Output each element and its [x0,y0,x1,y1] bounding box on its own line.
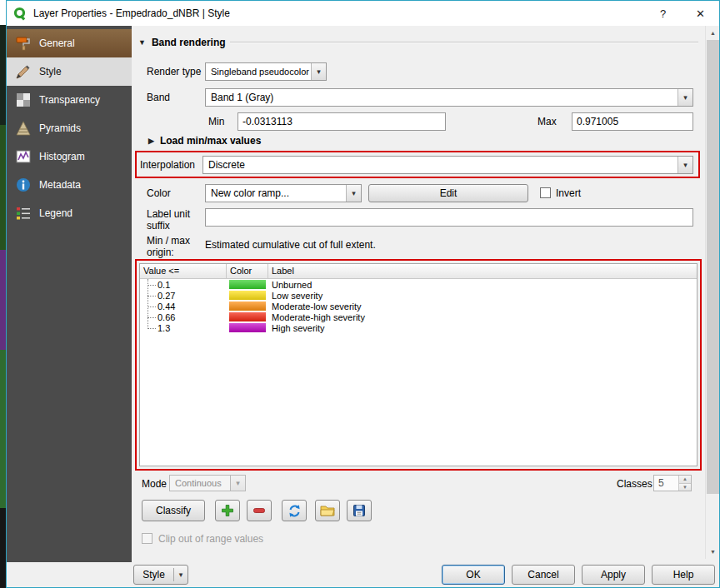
color-swatch[interactable] [229,312,266,321]
add-entry-button[interactable] [215,500,240,521]
color-label: Color [147,187,171,199]
color-map-table[interactable]: Value <= Color Label 0.1 Unburned 0.27 [139,263,698,466]
row-color-cell[interactable] [227,312,268,321]
row-color-cell[interactable] [227,280,268,289]
vertical-scrollbar[interactable]: ▲ ▼ [705,26,719,559]
scroll-up-icon[interactable]: ▲ [706,26,719,40]
color-swatch[interactable] [229,280,266,289]
color-ramp-combo[interactable]: New color ramp... ▾ [205,184,362,202]
load-color-map-button[interactable] [315,500,340,521]
style-icon [15,63,32,80]
row-color-cell[interactable] [227,323,268,332]
refresh-icon [288,504,302,518]
sidebar-item-histogram[interactable]: Histogram [7,142,132,171]
color-ramp-value: New color ramp... [211,187,289,199]
titlebar[interactable]: Layer Properties - Empedrado_dNBR | Styl… [7,1,719,26]
chevron-down-icon[interactable]: ▾ [678,89,692,106]
color-map-table-body: 0.1 Unburned 0.27 Low severity 0.44 [140,279,697,333]
plus-icon [221,504,234,517]
row-value[interactable]: 0.27 [140,291,227,301]
column-header-color: Color [227,264,268,278]
invert-checkbox[interactable] [540,187,551,198]
row-color-cell[interactable] [227,291,268,300]
classes-label: Classes [617,478,652,490]
cancel-button[interactable]: Cancel [512,565,575,585]
table-row[interactable]: 0.44 Moderate-low severity [140,301,697,311]
table-row[interactable]: 1.3 High severity [140,322,697,333]
apply-button[interactable]: Apply [582,565,645,585]
chevron-down-icon[interactable]: ▾ [311,63,326,80]
sidebar-item-style[interactable]: Style [7,57,132,86]
color-swatch[interactable] [229,291,266,300]
table-row[interactable]: 0.1 Unburned [140,279,697,290]
scroll-down-icon[interactable]: ▼ [706,545,719,559]
interpolation-combo[interactable]: Discrete ▾ [202,156,693,174]
sidebar-item-metadata[interactable]: Metadata [7,171,132,199]
chevron-down-icon[interactable]: ▾ [678,157,692,173]
row-label[interactable]: Moderate-high severity [268,312,697,322]
help-button[interactable]: Help [652,565,715,585]
row-label[interactable]: Low severity [268,291,697,301]
row-color-cell[interactable] [227,301,268,311]
min-label: Min [208,116,224,127]
color-swatch[interactable] [229,301,266,311]
load-minmax-section-header[interactable]: ▶ Load min/max values [148,135,261,147]
spin-up-icon[interactable]: ▲ [679,476,691,484]
collapse-closed-icon: ▶ [148,137,154,145]
band-rendering-section-header[interactable]: ▼ Band rendering [138,37,226,48]
table-row[interactable]: 0.27 Low severity [140,290,697,301]
clip-out-of-range-checkbox[interactable] [142,533,152,544]
sidebar-item-pyramids[interactable]: Pyramids [7,114,132,142]
folder-icon [320,504,335,517]
row-label[interactable]: High severity [268,323,697,333]
row-value[interactable]: 0.66 [140,312,227,322]
row-value[interactable]: 0.44 [140,301,227,311]
chevron-down-icon[interactable]: ▾ [346,185,361,202]
band-combo[interactable]: Band 1 (Gray) ▾ [205,88,693,107]
general-icon [15,35,32,52]
min-input[interactable] [238,112,446,131]
classes-value: 5 [654,476,678,491]
sidebar-item-label: Legend [39,207,72,219]
sidebar-item-label: Histogram [39,151,85,162]
row-value[interactable]: 0.1 [140,280,227,290]
chevron-down-icon[interactable]: ▾ [230,476,245,491]
invert-label: Invert [556,187,581,199]
row-label[interactable]: Moderate-low severity [268,301,697,311]
sidebar-item-transparency[interactable]: Transparency [7,86,132,114]
render-type-combo[interactable]: Singleband pseudocolor ▾ [205,62,327,81]
ok-button[interactable]: OK [442,565,505,585]
color-swatch[interactable] [229,323,266,332]
spin-down-icon[interactable]: ▼ [679,484,691,491]
save-color-map-button[interactable] [347,500,372,521]
max-input[interactable] [572,112,693,131]
sidebar: General Style Transparency [7,26,132,562]
classes-spinner[interactable]: 5 ▲ ▼ [653,475,692,491]
load-minmax-title: Load min/max values [160,135,261,147]
mode-combo[interactable]: Continuous ▾ [169,475,246,491]
label-unit-suffix-input[interactable] [205,208,693,227]
scrollbar-thumb[interactable] [707,40,719,494]
legend-icon [15,205,32,222]
style-menu-button[interactable]: Style ▾ [133,565,188,585]
refresh-button[interactable] [282,500,307,521]
sidebar-item-general[interactable]: General [7,29,132,57]
minmax-origin-value: Estimated cumulative cut of full extent. [205,239,376,251]
clip-out-of-range-label: Clip out of range values [158,533,263,545]
classify-button[interactable]: Classify [142,500,205,521]
table-row[interactable]: 0.66 Moderate-high severity [140,311,697,322]
help-titlebar-button[interactable]: ? [644,1,682,26]
dialog-footer: Style ▾ OK Cancel Apply Help [7,562,719,587]
render-type-label: Render type [147,66,201,77]
sidebar-item-legend[interactable]: Legend [7,199,132,227]
minmax-origin-label: Min / max origin: [147,235,200,258]
band-value: Band 1 (Gray) [211,92,273,103]
close-button[interactable]: ✕ [682,1,719,26]
transparency-icon [15,92,32,108]
edit-button[interactable]: Edit [368,184,528,202]
band-label: Band [147,92,170,103]
row-label[interactable]: Unburned [268,280,697,290]
remove-entry-button[interactable] [247,500,272,521]
screen: Layer Properties - Empedrado_dNBR | Styl… [0,0,720,588]
row-value[interactable]: 1.3 [140,323,227,333]
